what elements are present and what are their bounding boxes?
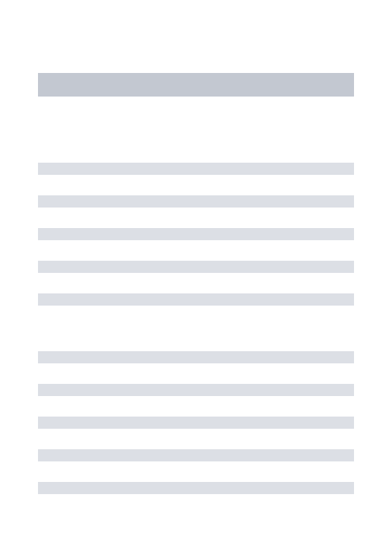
skeleton-container xyxy=(0,0,392,494)
text-line-placeholder xyxy=(38,351,354,363)
paragraph-placeholder-2 xyxy=(38,351,354,494)
text-line-placeholder xyxy=(38,449,354,461)
text-line-placeholder xyxy=(38,163,354,175)
paragraph-placeholder-1 xyxy=(38,163,354,306)
text-line-placeholder xyxy=(38,261,354,273)
text-line-placeholder xyxy=(38,293,354,306)
header-placeholder xyxy=(38,73,354,97)
text-line-placeholder xyxy=(38,482,354,494)
text-line-placeholder xyxy=(38,228,354,240)
text-line-placeholder xyxy=(38,417,354,429)
text-line-placeholder xyxy=(38,384,354,396)
text-line-placeholder xyxy=(38,195,354,208)
